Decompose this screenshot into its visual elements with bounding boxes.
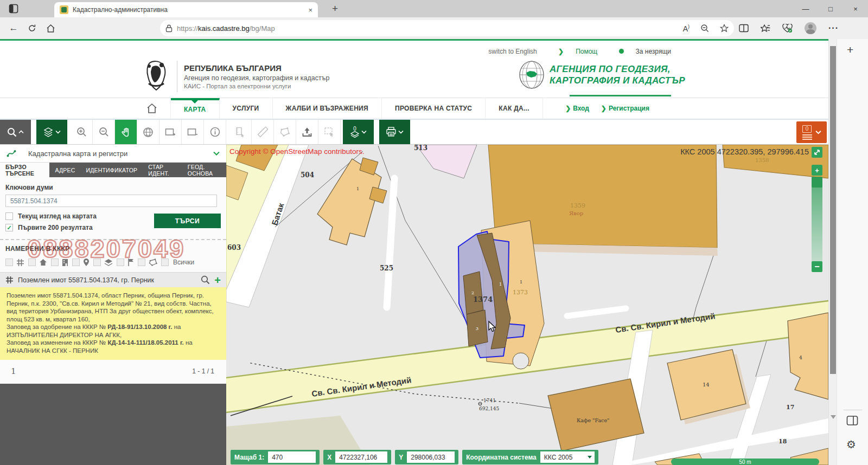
- scrollbar-down-arrow[interactable]: [831, 415, 836, 419]
- split-screen-icon[interactable]: [739, 24, 749, 33]
- window-maximize-button[interactable]: □: [818, 0, 843, 17]
- scale-input[interactable]: 470: [268, 451, 316, 463]
- filter-buildings[interactable]: [28, 259, 47, 266]
- zoom-to-result-icon[interactable]: [201, 275, 210, 285]
- map-zoom-out-button[interactable]: −: [812, 261, 822, 272]
- tab-geod-basis[interactable]: ГЕОД. ОСНОВА: [182, 163, 226, 177]
- page-scrollbar[interactable]: [828, 39, 837, 465]
- fullscreen-button[interactable]: [812, 147, 822, 158]
- zoom-out-button[interactable]: [93, 120, 115, 144]
- draw-polygon-button[interactable]: [274, 120, 296, 144]
- address-bar[interactable]: https://kais.cadastre.bg/bg/Map A): [160, 20, 734, 36]
- filter-objects[interactable]: [51, 259, 68, 267]
- switch-to-english-link[interactable]: switch to English: [488, 48, 537, 55]
- cart-menu-button[interactable]: 0: [796, 121, 827, 143]
- nav-home[interactable]: [133, 98, 171, 119]
- chevron-down-icon[interactable]: [213, 151, 220, 156]
- layers-button[interactable]: [36, 120, 67, 144]
- nav-item-map[interactable]: КАРТА: [171, 98, 220, 119]
- accessibility-link[interactable]: За незрящи: [609, 48, 671, 55]
- favorite-star-icon[interactable]: [720, 24, 729, 33]
- crs-select[interactable]: ККС 2005: [540, 451, 595, 463]
- page-number[interactable]: 1: [11, 366, 16, 376]
- collections-icon[interactable]: [761, 24, 770, 33]
- checkbox-first-200[interactable]: ✓Първите 200 резултата: [5, 224, 97, 231]
- refresh-icon[interactable]: [23, 20, 41, 36]
- filter-zones[interactable]: [138, 259, 157, 266]
- filter-flags[interactable]: [117, 258, 134, 267]
- login-link[interactable]: ❯Вход: [565, 105, 589, 112]
- settings-menu-icon[interactable]: ···: [828, 23, 839, 33]
- result-details[interactable]: Поземлен имот 55871.504.1374, област Пер…: [0, 287, 226, 360]
- tab-old-ident[interactable]: СТАР ИДЕНТ.: [143, 163, 182, 177]
- upload-button[interactable]: [296, 120, 318, 144]
- read-aloud-icon[interactable]: A): [683, 24, 690, 33]
- add-to-cart-icon[interactable]: +: [214, 275, 221, 285]
- zoom-slider[interactable]: −: [812, 177, 822, 267]
- home-icon: [146, 102, 158, 114]
- search-button[interactable]: ТЪРСИ: [154, 214, 221, 228]
- keywords-input[interactable]: 55871.504.1374: [5, 195, 217, 207]
- new-tab-button[interactable]: +: [332, 3, 338, 15]
- profile-avatar[interactable]: [805, 22, 816, 34]
- back-icon[interactable]: ←: [4, 20, 23, 36]
- panel-header[interactable]: Кадастрална карта и регистри: [0, 145, 226, 163]
- window-close-button[interactable]: ×: [843, 0, 868, 17]
- browser-tab[interactable]: Кадастрално-административна ×: [54, 2, 318, 17]
- map-zoom-in-button[interactable]: +: [812, 165, 822, 176]
- zoom-slider-handle[interactable]: [812, 177, 822, 188]
- sidebar-add-icon[interactable]: +: [847, 43, 853, 56]
- nav-item-how-to[interactable]: КАК ДА...: [486, 98, 543, 119]
- tab-address[interactable]: АДРЕС: [49, 163, 80, 177]
- scrollbar-thumb[interactable]: [830, 46, 836, 374]
- selected-layers-button[interactable]: 0: [343, 120, 374, 144]
- chevron-down-icon: [55, 130, 61, 134]
- zoom-box-out-button[interactable]: [182, 120, 204, 144]
- copilot-panel-icon[interactable]: [846, 415, 858, 426]
- zoom-box-in-button[interactable]: [159, 120, 182, 144]
- help-link[interactable]: ❯Помощ: [548, 48, 597, 55]
- tab-identifier[interactable]: ИДЕНТИФИКАТОР: [80, 163, 143, 177]
- measure-area-button[interactable]: [229, 120, 252, 144]
- search-icon: [7, 127, 17, 137]
- tab-close-icon[interactable]: ×: [308, 6, 312, 14]
- print-button[interactable]: [379, 120, 410, 144]
- filter-all[interactable]: Всички: [161, 259, 194, 266]
- zoom-out-page-icon[interactable]: [700, 24, 709, 33]
- search-tool-button[interactable]: [0, 120, 31, 144]
- filter-parcels[interactable]: [5, 259, 24, 267]
- checkbox-current-view[interactable]: Текущ изглед на картата: [5, 212, 97, 220]
- rect-minus-icon: [187, 127, 198, 137]
- tab-quick-search[interactable]: БЪРЗО ТЪРСЕНЕ: [0, 163, 49, 177]
- agency-name-1: АГЕНЦИЯ ПО ГЕОДЕЗИЯ,: [550, 63, 685, 75]
- main-navigation: КАРТА УСЛУГИ ЖАЛБИ И ВЪЗРАЖЕНИЯ ПРОВЕРКА…: [0, 98, 828, 120]
- select-region-button[interactable]: [318, 120, 341, 144]
- nav-item-status-check[interactable]: ПРОВЕРКА НА СТАТУС: [382, 98, 486, 119]
- filter-layers[interactable]: [93, 259, 113, 266]
- chevron-down-icon: [815, 130, 821, 134]
- settings-gear-icon[interactable]: ⚙: [846, 438, 856, 451]
- zoom-in-icon: [76, 127, 87, 137]
- y-input[interactable]: 298006,033: [407, 451, 455, 463]
- result-header[interactable]: Поземлен имот 55871.504.1374, гр. Перник…: [0, 272, 226, 287]
- browser-essentials-icon[interactable]: [782, 24, 793, 33]
- measure-distance-button[interactable]: [252, 120, 274, 144]
- x-input[interactable]: 4722327,106: [335, 451, 387, 463]
- globe-extent-button[interactable]: [137, 120, 159, 144]
- nav-item-services[interactable]: УСЛУГИ: [220, 98, 273, 119]
- window-minimize-button[interactable]: —: [793, 0, 818, 17]
- pan-tool-button[interactable]: [115, 120, 137, 144]
- tab-actions-icon[interactable]: [7, 3, 21, 15]
- menu-bars-icon: [802, 134, 812, 140]
- home-icon[interactable]: [41, 20, 60, 36]
- zoom-in-button[interactable]: [71, 120, 93, 144]
- nav-item-complaints[interactable]: ЖАЛБИ И ВЪЗРАЖЕНИЯ: [273, 98, 382, 119]
- map-canvas[interactable]: 504 603 525 513 1374 1373 1359 Явор 1358…: [226, 145, 828, 465]
- identify-button[interactable]: [204, 120, 226, 144]
- filter-points[interactable]: [72, 258, 90, 267]
- tab-favicon-icon: [60, 5, 68, 14]
- checkbox-icon: [117, 259, 124, 266]
- browser-url-bar: ← https://kais.cadastre.bg/bg/Map A) ···: [0, 17, 868, 39]
- agency-logo: АГЕНЦИЯ ПО ГЕОДЕЗИЯ, КАРТОГРАФИЯ И КАДАС…: [518, 60, 685, 90]
- register-link[interactable]: ❯Регистрация: [601, 105, 649, 112]
